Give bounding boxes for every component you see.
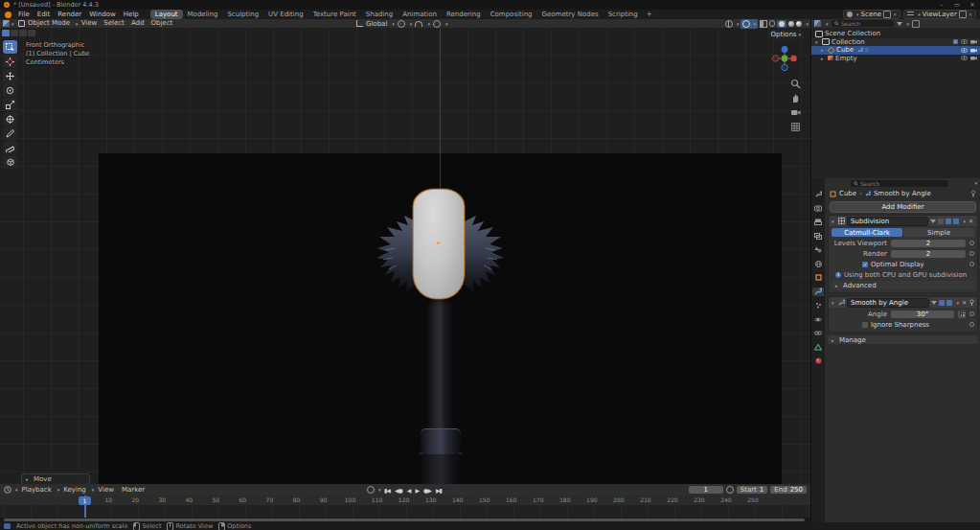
delete-modifier-icon[interactable]: ✕	[961, 299, 968, 306]
menu-render[interactable]: Render	[54, 10, 85, 19]
optimal-display-checkbox[interactable]: ✓	[862, 262, 868, 267]
display-viewport-toggle[interactable]	[939, 300, 945, 306]
expand-icon[interactable]: ▸	[821, 47, 826, 53]
hide-eye-icon[interactable]	[961, 48, 968, 53]
input-attribute-toggle-icon[interactable]	[958, 311, 966, 318]
filter-icon[interactable]	[897, 22, 902, 26]
play-button[interactable]: ▶	[414, 487, 421, 494]
shading-rendered-icon[interactable]	[796, 21, 802, 27]
modifier-header[interactable]: ▾ Subdivision ▾ ✕	[829, 216, 977, 226]
display-render-toggle[interactable]	[946, 300, 952, 306]
workspace-tab-modeling[interactable]: Modeling	[183, 10, 223, 19]
maximize-button[interactable]: ▭	[949, 0, 965, 10]
modifier-name-field[interactable]: Subdivision	[847, 217, 928, 226]
tool-add-primitive[interactable]	[3, 155, 17, 169]
angle-field[interactable]: 30°	[891, 311, 954, 318]
menu-playback[interactable]: Playback	[18, 484, 56, 495]
prev-keyframe-button[interactable]: ◀●	[393, 487, 403, 494]
options-button[interactable]: Options▾	[767, 30, 804, 39]
menu-select[interactable]: Select	[101, 19, 128, 28]
minimize-button[interactable]: –	[934, 0, 949, 10]
expand-icon[interactable]: ▸	[821, 56, 826, 61]
tool-select-box[interactable]	[3, 40, 17, 54]
animate-decorator-icon[interactable]	[969, 251, 974, 256]
tool-annotate[interactable]	[3, 127, 17, 140]
tab-world[interactable]	[812, 260, 824, 268]
tab-particles[interactable]	[812, 301, 824, 310]
editor-type-icon[interactable]	[3, 20, 10, 27]
blender-menu-icon[interactable]	[5, 12, 11, 18]
menu-keying[interactable]: Keying	[59, 484, 90, 495]
collapse-icon[interactable]: ▾	[832, 300, 836, 306]
tab-catmull-clark[interactable]: Catmull-Clark	[832, 228, 902, 237]
play-reverse-button[interactable]: ◀	[405, 487, 412, 494]
shading-solid-icon[interactable]	[779, 21, 785, 27]
shading-wireframe-icon[interactable]	[769, 20, 776, 27]
toggle-xray-icon[interactable]	[760, 20, 767, 28]
operator-panel[interactable]: ▸ Move	[21, 473, 90, 484]
snap-magnet-icon[interactable]	[415, 21, 422, 27]
tab-tool[interactable]	[812, 190, 824, 198]
outliner-row-collection[interactable]: ▾ Collection ✓	[811, 38, 980, 47]
outliner-display-mode-icon[interactable]	[814, 20, 821, 27]
frame-end-field[interactable]: End250	[770, 486, 807, 494]
tab-render[interactable]	[812, 204, 824, 213]
workspace-tab-sculpting[interactable]: Sculpting	[222, 10, 263, 19]
camera-view-icon[interactable]	[790, 107, 801, 118]
add-modifier-button[interactable]: Add Modifier	[830, 201, 976, 213]
remove-view-layer-icon[interactable]: ✕	[969, 12, 972, 17]
tool-cursor[interactable]	[3, 55, 17, 68]
tab-constraints[interactable]	[812, 329, 824, 337]
levels-viewport-field[interactable]: 2	[891, 240, 966, 247]
modifier-name-field[interactable]: Smooth by Angle	[847, 298, 929, 308]
tab-view-layer[interactable]	[812, 232, 824, 241]
disable-render-camera-icon[interactable]	[970, 39, 977, 44]
tab-modifiers[interactable]	[812, 288, 824, 296]
disable-render-camera-icon[interactable]	[970, 56, 977, 60]
close-button[interactable]: ✕	[965, 0, 980, 10]
show-gizmos-icon[interactable]	[725, 20, 733, 28]
3d-viewport[interactable]: ▾ Object Mode ▾ View Select Add Object G…	[0, 19, 810, 484]
tool-scale[interactable]	[3, 98, 17, 111]
menu-marker[interactable]: Marker	[118, 484, 148, 495]
view-layer-selector[interactable]: ▾ ViewLayer ✕	[903, 10, 976, 19]
menu-view[interactable]: View	[94, 484, 118, 495]
outliner-row-scene-collection[interactable]: Scene Collection	[811, 30, 980, 38]
shading-material-icon[interactable]	[788, 21, 794, 27]
menu-window[interactable]: Window	[85, 10, 120, 19]
animate-decorator-icon[interactable]	[969, 311, 974, 316]
extras-menu-icon[interactable]: ▾	[956, 300, 959, 306]
workspace-tab-rendering[interactable]: Rendering	[442, 10, 486, 19]
select-mode-subtract-icon[interactable]	[19, 30, 27, 36]
menu-object[interactable]: Object	[148, 19, 176, 28]
pivot-point-icon[interactable]	[398, 20, 405, 28]
clock-icon[interactable]	[4, 486, 11, 494]
new-scene-icon[interactable]	[883, 11, 891, 18]
workspace-tab-geometry-nodes[interactable]: Geometry Nodes	[537, 10, 604, 19]
show-in-editmode-icon[interactable]	[930, 219, 936, 223]
workspace-tab-uv-editing[interactable]: UV Editing	[263, 10, 308, 19]
toggle-projection-icon[interactable]	[790, 122, 801, 132]
modifier-header[interactable]: ▾ Smooth by Angle ▾ ✕	[829, 297, 977, 308]
tool-measure[interactable]	[3, 141, 17, 154]
select-mode-intersect-icon[interactable]	[28, 30, 35, 36]
scrollbar-thumb[interactable]	[4, 518, 805, 521]
outliner-row-empty[interactable]: ▸ Empty	[811, 55, 980, 63]
menu-view[interactable]: View	[78, 19, 101, 28]
unlink-scene-icon[interactable]: ✕	[893, 12, 897, 17]
show-in-editmode-icon[interactable]	[931, 301, 937, 305]
delete-modifier-icon[interactable]: ✕	[968, 218, 974, 224]
collection-checkbox[interactable]: ✓	[953, 39, 958, 44]
animate-decorator-icon[interactable]	[969, 262, 974, 266]
tab-material[interactable]	[812, 357, 824, 365]
breadcrumb-modifier[interactable]: Smooth by Angle	[874, 190, 931, 197]
pin-icon[interactable]	[969, 299, 974, 306]
animate-decorator-icon[interactable]	[969, 241, 974, 245]
current-frame-badge[interactable]: 1	[79, 496, 91, 505]
tab-physics[interactable]	[812, 315, 824, 324]
ignore-sharpness-checkbox[interactable]	[862, 322, 868, 328]
menu-help[interactable]: Help	[120, 10, 143, 19]
workspace-tab-scripting[interactable]: Scripting	[604, 10, 643, 19]
hide-eye-icon[interactable]	[961, 56, 968, 60]
next-keyframe-button[interactable]: ●▶	[422, 487, 433, 494]
